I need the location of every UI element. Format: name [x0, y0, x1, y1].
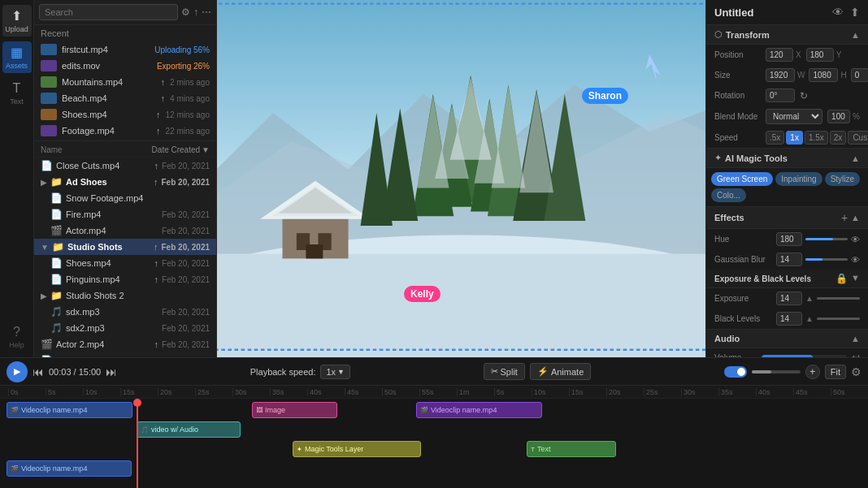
skip-back-button[interactable]: ⏮ [33, 365, 44, 378]
exposure-up-icon[interactable]: ▲ [805, 294, 814, 303]
exposure-section-header[interactable]: Exposure & Black Levels 🔒 ▼ [706, 270, 868, 288]
toggle-switch[interactable] [724, 366, 747, 378]
playhead[interactable] [137, 399, 138, 488]
exposure-slider[interactable] [817, 297, 860, 300]
black-levels-up-icon[interactable]: ▲ [805, 314, 814, 323]
upload-icon-footage: ↑ [156, 126, 161, 136]
upload-button[interactable]: ⬆ Upload [2, 5, 32, 37]
effects-add-icon[interactable]: + [841, 211, 848, 224]
speed-1x[interactable]: 1x [786, 131, 803, 145]
file-snow-footage[interactable]: 📄 Snow Footage.mp4 [34, 190, 216, 206]
black-levels-slider[interactable] [817, 317, 860, 320]
preview-area: Sharon Kelly [217, 0, 705, 357]
file-actor2[interactable]: 🎬 Actor 2.mp4 ↑ Feb 20, 2021 [34, 336, 216, 352]
gaussian-input[interactable] [776, 253, 802, 266]
file-thumb-firstcut [41, 44, 57, 55]
settings-button[interactable]: ⚙ [851, 365, 861, 378]
audio-section-header[interactable]: Audio ▲ [706, 329, 868, 348]
ai-tab-green-screen[interactable]: Green Screen [711, 172, 773, 186]
zoom-in-button[interactable]: + [805, 365, 820, 379]
clip-videoclip-left[interactable]: 🎬Videoclip name.mp4 [7, 402, 132, 418]
audio-collapse-icon: ▲ [851, 334, 860, 343]
size-d-input[interactable] [851, 68, 868, 82]
position-x-input[interactable] [766, 48, 793, 62]
clip-text[interactable]: TText [527, 441, 616, 457]
clip-image[interactable]: 🖼Image [252, 402, 337, 418]
export-status: Exporting 26% [157, 62, 210, 71]
speed-2x[interactable]: 2x [830, 131, 847, 145]
speed-selector[interactable]: 1x▼ [320, 365, 350, 379]
split-button[interactable]: ✂Split [484, 363, 525, 380]
transform-section-header[interactable]: ⬡ Transform ▲ [706, 25, 868, 45]
folder-item-close-cuts[interactable]: 📄 Close Cuts.mp4 ↑ Feb 20, 2021 [34, 158, 216, 174]
ai-section-header[interactable]: ✦ AI Magic Tools ▲ [706, 148, 868, 168]
volume-icon[interactable]: ↩ [852, 352, 860, 357]
file-item-shoes[interactable]: Shoes.mp4 ↑ 12 mins ago [34, 106, 216, 123]
ruler-mark: 50s [382, 388, 419, 396]
help-button[interactable]: ? Help [2, 322, 32, 352]
file-item-mountains[interactable]: Mountains.mp4 ↑ 2 mins ago [34, 74, 216, 90]
file-actor[interactable]: 🎬 Actor.mp4 Feb 20, 2021 [34, 222, 216, 239]
ruler-mark: 30s [681, 388, 718, 396]
name-snow-footage: Snow Footage.mp4 [66, 193, 210, 203]
upload-icon-shoes: ↑ [156, 110, 161, 119]
ruler-mark: 10s [83, 388, 120, 396]
hue-eye-icon[interactable]: 👁 [851, 235, 860, 244]
file-sdx2[interactable]: 🎵 sdx2.mp3 Feb 20, 2021 [34, 320, 216, 336]
file-item-beach[interactable]: Beach.mp4 ↑ 4 mins ago [34, 90, 216, 106]
file-item-firstcut[interactable]: firstcut.mp4 Uploading 56% [34, 41, 216, 58]
name-mountains: Mountains.mp4 [62, 77, 156, 87]
exposure-lock-icon[interactable]: 🔒 [835, 273, 848, 284]
blend-opacity-input[interactable] [827, 110, 850, 123]
size-w-input[interactable] [766, 68, 795, 82]
ai-tab-colorize[interactable]: Colo... [711, 188, 746, 202]
blend-mode-select[interactable]: Normal Multiply Screen [766, 109, 822, 124]
assets-button[interactable]: ▦ Assets [2, 41, 32, 73]
black-levels-input[interactable] [776, 312, 802, 326]
speed-05x[interactable]: .5x [766, 131, 784, 145]
rotation-input[interactable] [766, 89, 795, 102]
track-row-2: ✦Magic Tools Layer TText [0, 441, 868, 459]
upload-label: Upload [5, 25, 28, 33]
folder-ad-shoes[interactable]: ▶ 📁 Ad Shoes ↑ Feb 20, 2021 [34, 174, 216, 190]
hue-input[interactable] [776, 232, 802, 246]
size-h-input[interactable] [809, 68, 838, 82]
clip-audio[interactable]: 🎵video w/ Audio [137, 421, 241, 438]
text-button[interactable]: T Text [2, 78, 32, 109]
clip-videoclip-right[interactable]: 🎬Videoclip name.mp4 [416, 402, 542, 418]
ai-tab-inpainting[interactable]: Inpainting [775, 172, 822, 186]
animate-button[interactable]: ⚡Animate [530, 363, 591, 380]
file-item-footage[interactable]: Footage.mp4 ↑ 22 mins ago [34, 123, 216, 139]
file-shoes-sub[interactable]: 📄 Shoes.mp4 ↑ Feb 20, 2021 [34, 255, 216, 271]
speed-15x[interactable]: 1.5x [805, 131, 828, 145]
export-icon[interactable]: ⬆ [850, 6, 860, 19]
play-button[interactable]: ▶ [7, 361, 28, 382]
clip-magic-tools[interactable]: ✦Magic Tools Layer [293, 441, 421, 457]
position-y-input[interactable] [806, 48, 834, 62]
clip-videoclip-bottom[interactable]: 🎬Videoclip name.mp4 [7, 460, 132, 477]
gaussian-slider-track[interactable] [805, 258, 848, 261]
file-fire[interactable]: 📄 Fire.mp4 Feb 20, 2021 [34, 206, 216, 222]
skip-forward-button[interactable]: ⏭ [106, 365, 117, 378]
ruler-mark: 30s [232, 388, 270, 396]
hue-slider-track[interactable] [805, 238, 848, 240]
file-sdx[interactable]: 🎵 sdx.mp3 Feb 20, 2021 [34, 304, 216, 320]
ai-tab-stylize[interactable]: Stylize [825, 172, 860, 186]
effects-section-header[interactable]: Effects + ▲ [706, 207, 868, 229]
exposure-input[interactable] [776, 292, 802, 305]
file-pinguins[interactable]: 📄 Pinguins.mp4 ↑ Feb 20, 2021 [34, 271, 216, 287]
track-row-1: 🎵video w/ Audio [0, 421, 868, 439]
gaussian-eye-icon[interactable]: 👁 [851, 255, 860, 265]
folder-studio-shots[interactable]: ▼ 📁 Studio Shots ↑ Feb 20, 2021 [34, 239, 216, 255]
folder-name-studio-shots: Studio Shots [67, 242, 150, 252]
icon-sdx: 🎵 [50, 306, 63, 317]
zoom-slider[interactable] [752, 370, 801, 374]
fit-button[interactable]: Fit [825, 365, 846, 379]
upload-icon: ⬆ [11, 8, 22, 24]
speed-custom[interactable]: Custom [848, 131, 868, 145]
folder-studio-shots-2[interactable]: ▶ 📁 Studio Shots 2 [34, 287, 216, 304]
ruler-mark: 20s [606, 388, 644, 396]
eye-icon[interactable]: 👁 [832, 6, 844, 19]
search-input[interactable] [39, 4, 178, 20]
file-item-edits[interactable]: edits.mov Exporting 26% [34, 58, 216, 74]
